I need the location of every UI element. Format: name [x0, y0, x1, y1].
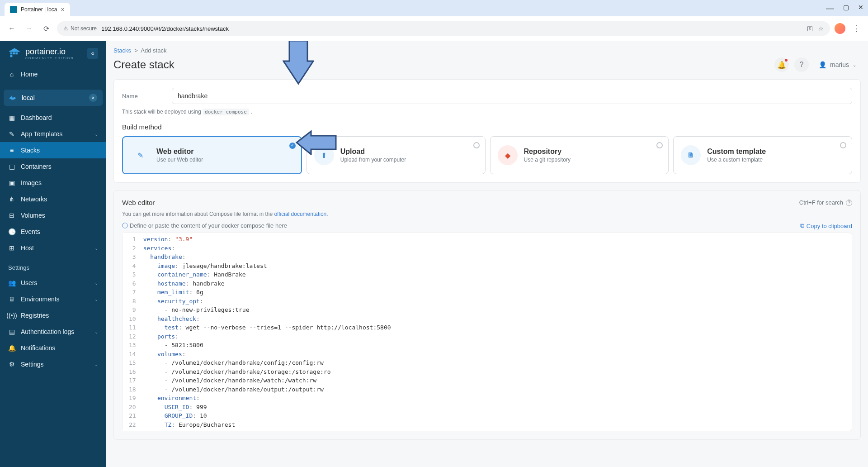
security-indicator[interactable]: ⚠ Not secure: [63, 25, 97, 32]
browser-menu-button[interactable]: ⋮: [850, 22, 863, 35]
help-icon: ?: [800, 61, 804, 69]
images-icon: ▣: [8, 179, 15, 186]
sidebar-settings-label: Settings: [0, 256, 106, 275]
bookmark-star-icon[interactable]: ☆: [818, 25, 824, 32]
web-editor-panel: Web editor Ctrl+F for search ? You can g…: [113, 190, 861, 440]
tab-title: Portainer | loca: [21, 6, 57, 13]
stacks-icon: ≡: [8, 147, 15, 154]
copy-to-clipboard-button[interactable]: ⧉ Copy to clipboard: [800, 222, 852, 229]
portainer-icon: [8, 47, 21, 60]
environment-close-button[interactable]: ×: [89, 94, 97, 102]
reload-button[interactable]: ⟳: [40, 22, 52, 35]
notif-icon: 🔔: [8, 344, 15, 352]
url-text: 192.168.0.240:9000/#!/2/docker/stacks/ne…: [101, 25, 229, 32]
sidebar-item-environments[interactable]: 🖥 Environments ⌄: [0, 291, 106, 307]
method-icon: 🗎: [681, 145, 701, 165]
environment-name: local: [22, 94, 35, 101]
sidebar-item-events[interactable]: 🕓 Events: [0, 224, 106, 240]
template-icon: ✎: [8, 130, 15, 138]
browser-chrome: — ▢ ✕ Portainer | loca × ← → ⟳ ⚠ Not sec…: [0, 0, 868, 41]
chevron-down-icon: ⌄: [94, 246, 98, 251]
sidebar-item-settings[interactable]: ⚙ Settings ⌄: [0, 356, 106, 372]
sidebar-item-app-templates[interactable]: ✎ App Templates ⌄: [0, 126, 106, 142]
address-bar[interactable]: ⚠ Not secure 192.168.0.240:9000/#!/2/doc…: [57, 21, 830, 36]
sidebar-item-dashboard[interactable]: ▦ Dashboard: [0, 110, 106, 126]
forward-button[interactable]: →: [23, 22, 35, 35]
chevron-down-icon: ⌄: [94, 132, 98, 137]
editor-info: You can get more information about Compo…: [122, 211, 852, 217]
sidebar-item-images[interactable]: ▣ Images: [0, 175, 106, 191]
networks-icon: ⋔: [8, 195, 15, 203]
sidebar-collapse-button[interactable]: «: [87, 48, 98, 59]
search-hint: Ctrl+F for search ?: [799, 199, 852, 206]
sidebar-item-registries[interactable]: ((•)) Registries: [0, 307, 106, 324]
build-method-title: Build method: [122, 123, 852, 131]
notifications-button[interactable]: 🔔: [774, 57, 789, 72]
main-content: Stacks > Add stack Create stack 🔔 ? 👤 ma…: [106, 41, 868, 467]
svg-rect-3: [11, 96, 12, 97]
auth-icon: ▤: [8, 328, 15, 335]
window-controls: — ▢ ✕: [826, 4, 863, 13]
sidebar: portainer.io COMMUNITY EDITION « ⌂ Home …: [0, 41, 106, 467]
maximize-button[interactable]: ▢: [843, 4, 849, 13]
method-icon: ⬆: [314, 145, 334, 165]
radio-indicator: [473, 142, 480, 148]
profile-avatar[interactable]: [835, 23, 845, 34]
sidebar-item-authentication-logs[interactable]: ▤ Authentication logs ⌄: [0, 324, 106, 340]
environment-header[interactable]: local ×: [4, 90, 103, 106]
radio-indicator: [656, 142, 663, 148]
registries-icon: ((•)): [8, 312, 15, 319]
settings-icon: ⚙: [8, 361, 15, 368]
warning-icon: ⚠: [63, 25, 68, 32]
build-method-custom-template[interactable]: 🗎 Custom template Use a custom template: [673, 136, 852, 174]
back-button[interactable]: ←: [5, 22, 18, 35]
tab-close-button[interactable]: ×: [61, 6, 65, 13]
containers-icon: ◫: [8, 163, 15, 170]
sidebar-item-home[interactable]: ⌂ Home: [0, 66, 106, 82]
bell-icon: 🔔: [777, 61, 786, 69]
chevron-down-icon: ⌄: [94, 362, 98, 367]
code-editor[interactable]: 12345678910111213141516171819202122 vers…: [122, 233, 852, 431]
copy-icon: ⧉: [800, 222, 804, 229]
password-key-icon[interactable]: ⚿: [807, 25, 813, 32]
chevron-down-icon: ⌄: [94, 329, 98, 334]
breadcrumb: Stacks > Add stack: [106, 41, 868, 54]
paste-hint: ⓘ Define or paste the content of your do…: [122, 222, 287, 230]
method-icon: ◆: [498, 145, 518, 165]
chevron-down-icon: ⌄: [853, 62, 856, 67]
sidebar-item-containers[interactable]: ◫ Containers: [0, 158, 106, 175]
sidebar-item-notifications[interactable]: 🔔 Notifications: [0, 340, 106, 356]
help-button[interactable]: ?: [794, 57, 809, 72]
dashboard-icon: ▦: [8, 114, 15, 121]
info-icon: ⓘ: [122, 222, 128, 229]
radio-indicator: [840, 142, 846, 148]
chevron-down-icon: ⌄: [94, 297, 98, 302]
user-menu-button[interactable]: 👤 marius ⌄: [814, 59, 861, 71]
official-docs-link[interactable]: official documentation: [274, 211, 326, 217]
portainer-logo[interactable]: portainer.io COMMUNITY EDITION: [8, 47, 74, 60]
browser-tab[interactable]: Portainer | loca ×: [5, 3, 70, 16]
env-icon: 🖥: [8, 295, 15, 303]
events-icon: 🕓: [8, 228, 15, 235]
build-method-upload[interactable]: ⬆ Upload Upload from your computer: [307, 136, 486, 174]
breadcrumb-current: Add stack: [141, 47, 166, 54]
user-icon: 👤: [819, 61, 826, 68]
sidebar-item-networks[interactable]: ⋔ Networks: [0, 191, 106, 207]
sidebar-item-stacks[interactable]: ≡ Stacks: [0, 142, 106, 158]
help-circle-icon: ?: [846, 200, 852, 206]
sidebar-item-volumes[interactable]: ⊟ Volumes: [0, 207, 106, 224]
portainer-favicon: [10, 6, 17, 13]
build-method-web-editor[interactable]: ✎ Web editor Use our Web editor: [122, 136, 302, 174]
build-method-repository[interactable]: ◆ Repository Use a git repository: [490, 136, 669, 174]
minimize-button[interactable]: —: [826, 4, 834, 13]
stack-name-input[interactable]: [172, 88, 852, 104]
close-window-button[interactable]: ✕: [858, 4, 863, 13]
deploy-hint: This stack will be deployed using docker…: [122, 109, 852, 115]
breadcrumb-parent[interactable]: Stacks: [113, 47, 131, 54]
radio-indicator: [289, 143, 296, 149]
sidebar-item-host[interactable]: ⊞ Host ⌄: [0, 240, 106, 256]
host-icon: ⊞: [8, 244, 15, 252]
home-icon: ⌂: [8, 71, 15, 78]
sidebar-item-users[interactable]: 👥 Users ⌄: [0, 275, 106, 291]
users-icon: 👥: [8, 279, 15, 286]
